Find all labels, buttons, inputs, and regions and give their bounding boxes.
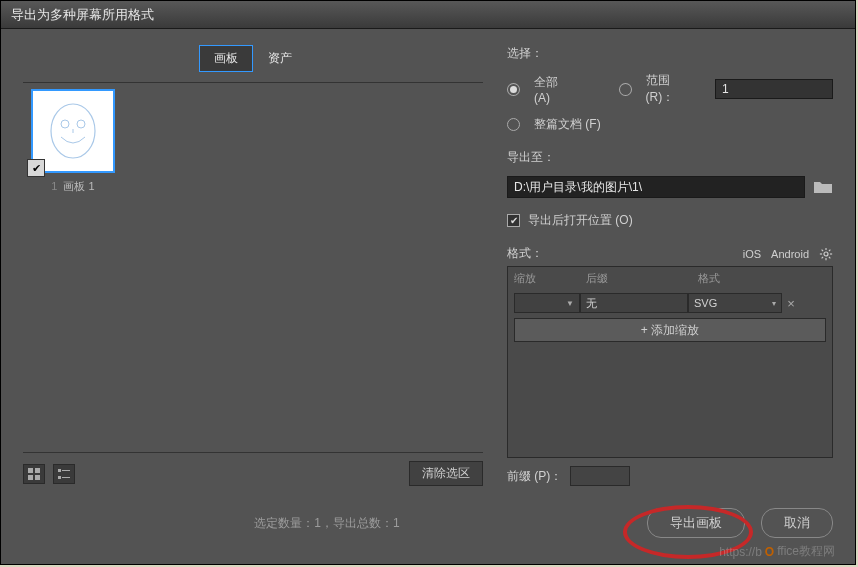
radio-whole-doc-label: 整篇文档 (F)	[534, 116, 601, 133]
col-head-format: 格式	[698, 271, 798, 286]
format-row: ▼ 无 SVG▾ ×	[508, 290, 832, 316]
svg-rect-7	[35, 475, 40, 480]
export-path-input[interactable]	[507, 176, 805, 198]
open-after-label: 导出后打开位置 (O)	[528, 212, 633, 229]
cancel-button[interactable]: 取消	[761, 508, 833, 538]
col-head-suffix: 后缀	[586, 271, 698, 286]
selection-counts: 选定数量：1，导出总数：1	[23, 515, 631, 532]
svg-rect-8	[58, 469, 61, 472]
list-view-button[interactable]	[53, 464, 75, 484]
grid-icon	[27, 467, 41, 481]
checkmark-icon[interactable]: ✔	[27, 159, 45, 177]
radio-range-label: 范围 (R)：	[646, 72, 701, 106]
selection-label: 选择：	[507, 45, 543, 62]
svg-point-12	[824, 251, 828, 255]
window-title: 导出为多种屏幕所用格式	[11, 7, 154, 22]
radio-all-label: 全部 (A)	[534, 74, 577, 105]
android-button[interactable]: Android	[771, 248, 809, 260]
svg-line-19	[822, 256, 823, 257]
ios-button[interactable]: iOS	[743, 248, 761, 260]
list-icon	[57, 467, 71, 481]
scale-dropdown[interactable]: ▼	[514, 293, 580, 313]
prefix-label: 前缀 (P)：	[507, 468, 562, 485]
clear-selection-button[interactable]: 清除选区	[409, 461, 483, 486]
svg-line-18	[829, 256, 830, 257]
open-after-checkbox[interactable]: ✔	[507, 214, 520, 227]
svg-rect-10	[58, 476, 61, 479]
artboard-list: ✔ 1画板 1	[23, 82, 483, 453]
radio-range[interactable]	[619, 83, 632, 96]
artboard-label: 1画板 1	[25, 179, 121, 194]
export-artboard-button[interactable]: 导出画板	[647, 508, 745, 538]
tab-artboards[interactable]: 画板	[199, 45, 253, 72]
svg-line-17	[822, 249, 823, 250]
tab-assets[interactable]: 资产	[253, 45, 307, 72]
grid-view-button[interactable]	[23, 464, 45, 484]
add-scale-button[interactable]: + 添加缩放	[514, 318, 826, 342]
format-table: 缩放 后缀 格式 ▼ 无 SVG▾ ×	[507, 266, 833, 458]
suffix-dropdown[interactable]: 无	[580, 293, 688, 313]
remove-row-button[interactable]: ×	[782, 296, 800, 311]
svg-point-1	[61, 120, 69, 128]
artboard-item[interactable]: ✔ 1画板 1	[25, 89, 121, 194]
export-to-label: 导出至：	[507, 149, 555, 166]
format-dropdown[interactable]: SVG▾	[688, 293, 782, 313]
chevron-down-icon: ▾	[772, 299, 776, 308]
format-label: 格式：	[507, 245, 543, 262]
svg-rect-4	[28, 468, 33, 473]
tabs: 画板 资产	[23, 45, 483, 72]
face-icon	[48, 101, 98, 161]
svg-rect-9	[62, 470, 70, 471]
radio-whole-doc[interactable]	[507, 118, 520, 131]
svg-line-20	[829, 249, 830, 250]
svg-rect-11	[62, 477, 70, 478]
prefix-input[interactable]	[570, 466, 630, 486]
radio-all[interactable]	[507, 83, 520, 96]
gear-icon[interactable]	[819, 247, 833, 261]
range-input[interactable]	[715, 79, 833, 99]
watermark: https://b Office教程网	[719, 543, 835, 560]
folder-icon[interactable]	[813, 179, 833, 195]
chevron-down-icon: ▼	[566, 299, 574, 308]
artboard-thumbnail[interactable]: ✔	[31, 89, 115, 173]
svg-point-2	[77, 120, 85, 128]
titlebar: 导出为多种屏幕所用格式	[1, 1, 855, 29]
svg-rect-5	[35, 468, 40, 473]
col-head-scale: 缩放	[514, 271, 586, 286]
svg-rect-6	[28, 475, 33, 480]
